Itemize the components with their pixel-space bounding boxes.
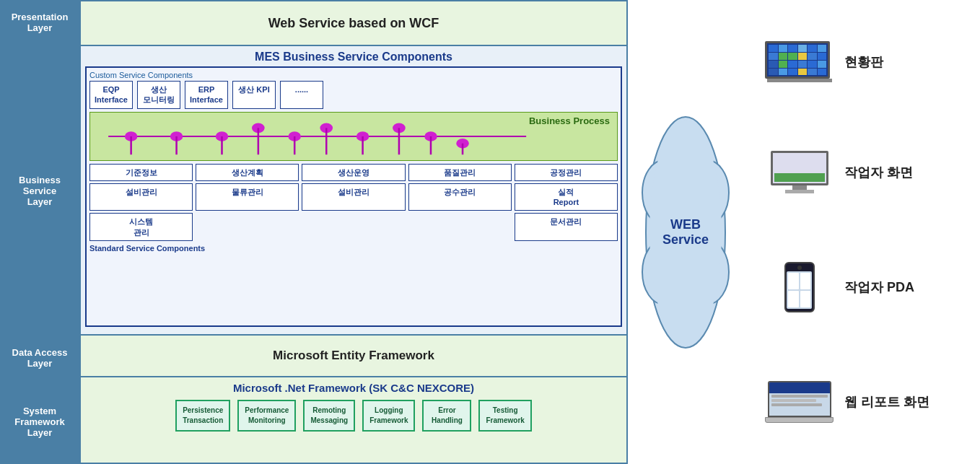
device-item-laptop: 웹 리포트 화면 — [765, 381, 980, 423]
manpower-mgmt-box: 공수관리 — [408, 183, 512, 211]
line3 — [771, 403, 822, 406]
sc4 — [798, 45, 808, 52]
line2 — [771, 399, 816, 402]
sc10 — [798, 53, 808, 60]
presentation-layer-label: Presentation Layer — [0, 0, 79, 45]
eqp-interface-box: EQPInterface — [89, 81, 133, 109]
phone-camera — [797, 266, 802, 270]
app2 — [800, 273, 811, 289]
laptop-keyboard — [765, 417, 834, 423]
sc11 — [808, 53, 817, 60]
sc12 — [818, 53, 827, 60]
app1 — [788, 273, 799, 289]
sc7 — [769, 53, 778, 60]
web-service-label: WEB Service — [662, 217, 709, 248]
laptop-label: 웹 리포트 화면 — [844, 393, 929, 411]
app3 — [788, 291, 799, 307]
sc5 — [808, 45, 817, 52]
ref-info-box: 기준정보 — [89, 164, 193, 181]
app4 — [800, 291, 811, 307]
sc3 — [788, 45, 797, 52]
sc20 — [779, 69, 788, 76]
entity-framework-label: Microsoft Entity Framework — [273, 349, 434, 363]
sc14 — [779, 61, 788, 68]
persistence-box: PersistenceTransaction — [175, 400, 230, 432]
standard-service-label: Standard Service Components — [89, 244, 618, 253]
sc23 — [808, 69, 817, 76]
sys-mgmt-box: 시스템관리 — [89, 213, 193, 241]
sc9 — [788, 53, 797, 60]
sc17 — [808, 61, 817, 68]
kpi-box: 생산 KPI — [232, 81, 276, 109]
sc21 — [788, 69, 797, 76]
monitor-screen — [765, 41, 830, 79]
sc19 — [769, 69, 778, 76]
data-access-layer-label: Data Access Layer — [0, 337, 79, 379]
prod-monitoring-box: 생산모니터링 — [137, 81, 180, 109]
monitor-device — [765, 41, 834, 82]
net-framework-title: Microsoft .Net Framework (SK C&C NEXCORE… — [233, 382, 474, 394]
desktop-base — [785, 190, 814, 193]
sc6 — [818, 45, 827, 52]
data-access-content: Microsoft Entity Framework — [81, 336, 626, 377]
line1 — [771, 395, 828, 398]
desktop-screen — [771, 151, 828, 185]
system-boxes: PersistenceTransaction PerformanceMonito… — [175, 400, 532, 432]
system-framework-layer-label: System Framework Layer — [0, 379, 79, 464]
remoting-box: RemotingMessaging — [303, 400, 355, 432]
mes-title: MES Business Service Components — [85, 51, 622, 64]
erp-interface-box: ERPInterface — [185, 81, 228, 109]
equip-mgmt-box: 설비관리 — [89, 183, 193, 211]
architecture-section: Presentation Layer Business Service Laye… — [0, 0, 628, 464]
content-column: Web Service based on WCF MES Business Se… — [79, 0, 628, 464]
process-mgmt-box: 공정관리 — [515, 164, 618, 181]
custom-service-boxes: EQPInterface 생산모니터링 ERPInterface 생산 KPI … — [89, 81, 618, 109]
devices-section: 현황판 작업자 화면 — [743, 0, 980, 464]
pda-label: 작업자 PDA — [844, 279, 914, 296]
quality-mgmt-box: 품질관리 — [408, 164, 512, 181]
device-item-desktop: 작업자 화면 — [765, 151, 980, 193]
business-process-area: Business Process — [89, 112, 618, 161]
doc-mgmt-box: 문서관리 — [515, 213, 618, 241]
prod-plan-box: 생산계획 — [196, 164, 299, 181]
business-layer-label: Business Service Layer — [0, 45, 79, 337]
sc13 — [769, 61, 778, 68]
sc18 — [818, 61, 827, 68]
cloud-container: WEB Service — [639, 106, 732, 359]
empty-cell-3 — [302, 213, 405, 241]
std-boxes-row2: 설비관리 물류관리 설비관리 공수관리 실적Report — [89, 183, 618, 211]
sc22 — [798, 69, 808, 76]
presentation-content: Web Service based on WCF — [81, 1, 626, 46]
layer-labels: Presentation Layer Business Service Laye… — [0, 0, 79, 464]
wcf-label: Web Service based on WCF — [268, 16, 439, 31]
error-handling-box: ErrorHandling — [422, 400, 471, 432]
sc24 — [818, 69, 827, 76]
report-box: 실적Report — [515, 183, 618, 211]
device-item-monitor: 현황판 — [765, 41, 980, 82]
business-process-label: Business Process — [529, 115, 610, 126]
device-item-pda: 작업자 PDA — [765, 262, 980, 312]
system-framework-content: Microsoft .Net Framework (SK C&C NEXCORE… — [81, 377, 626, 463]
business-content: MES Business Service Components Custom S… — [81, 46, 626, 336]
phone-body — [784, 262, 815, 312]
sc8 — [779, 53, 788, 60]
std-boxes-row3: 시스템관리 문서관리 — [89, 213, 618, 241]
laptop-title-bar — [769, 382, 830, 393]
monitor-label: 현황판 — [844, 53, 883, 71]
laptop-screen — [768, 381, 831, 417]
cloud-section: WEB Service — [628, 0, 743, 464]
sc1 — [769, 45, 778, 52]
more-box: ...... — [280, 81, 323, 109]
logistics-mgmt-box: 물류관리 — [196, 183, 299, 211]
empty-cell-2 — [196, 213, 299, 241]
empty-cell-4 — [408, 213, 512, 241]
custom-service-label: Custom Service Components — [89, 71, 618, 79]
desktop-label: 작업자 화면 — [844, 164, 913, 181]
phone-screen — [787, 271, 812, 309]
sc2 — [779, 45, 788, 52]
full-layout: Presentation Layer Business Service Laye… — [0, 0, 980, 464]
sc15 — [788, 61, 797, 68]
laptop-content — [769, 393, 830, 408]
desktop-taskbar — [774, 173, 825, 182]
testing-box: TestingFramework — [478, 400, 531, 432]
